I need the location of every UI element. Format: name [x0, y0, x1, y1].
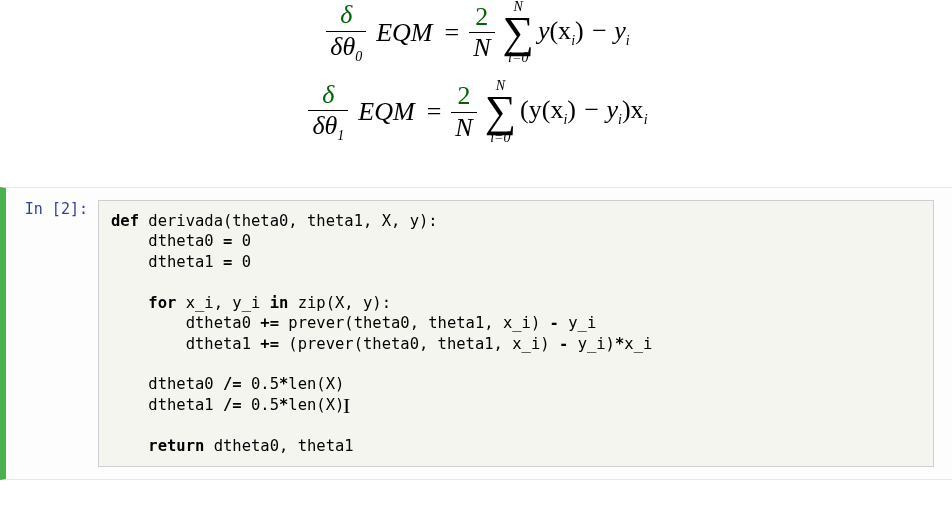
sigma-symbol: ∑ [485, 93, 516, 130]
sigma-symbol: ∑ [503, 14, 534, 51]
code-editor[interactable]: def derivada(theta0, theta1, X, y): dthe… [98, 200, 934, 467]
equation-theta1: δ δθ1 EQM = 2 N N ∑ i=0 (y(xi) − yi)xi [60, 79, 892, 144]
eqm-label: EQM [376, 18, 432, 48]
delta-symbol: δ [336, 1, 356, 30]
code-cell[interactable]: In [2]: def derivada(theta0, theta1, X, … [0, 187, 952, 480]
math-formulas: δ δθ0 EQM = 2 N N ∑ i=0 y(xi) − yi δ δθ1… [0, 0, 952, 187]
input-prompt: In [2]: [6, 200, 98, 467]
equation-theta0: δ δθ0 EQM = 2 N N ∑ i=0 y(xi) − yi [60, 0, 892, 65]
